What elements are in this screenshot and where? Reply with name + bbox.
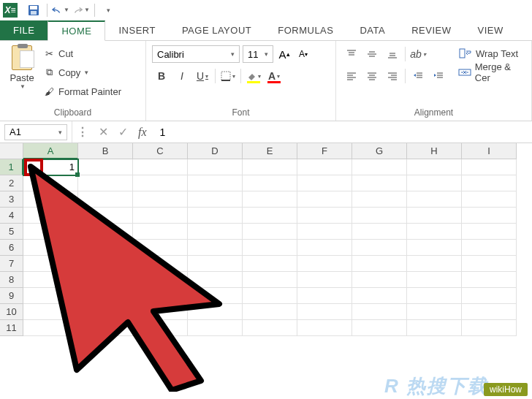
select-all-corner[interactable] [0,143,23,159]
cell[interactable] [243,159,297,175]
enter-icon[interactable]: ✓ [118,125,128,139]
cell[interactable] [462,304,517,320]
cell[interactable] [462,240,517,256]
col-header-e[interactable]: E [243,143,297,159]
row-header[interactable]: 1 [0,159,23,175]
col-header-d[interactable]: D [188,143,243,159]
cell[interactable] [297,256,352,272]
col-header-b[interactable]: B [78,143,133,159]
cell[interactable] [23,175,78,191]
cell[interactable] [188,175,243,191]
cell[interactable] [188,272,243,288]
row-header[interactable]: 11 [0,320,23,336]
cell[interactable] [78,208,133,224]
col-header-g[interactable]: G [352,143,407,159]
cell[interactable] [23,304,78,320]
cell[interactable] [188,240,243,256]
row-header[interactable]: 7 [0,256,23,272]
cell[interactable] [188,256,243,272]
row-header[interactable]: 6 [0,240,23,256]
cell[interactable] [23,320,78,336]
row-header[interactable]: 4 [0,208,23,224]
cell[interactable] [78,304,133,320]
cell[interactable] [297,272,352,288]
cell[interactable] [188,208,243,224]
cell[interactable] [462,224,517,240]
cell[interactable] [133,175,188,191]
row-header[interactable]: 9 [0,288,23,304]
cell[interactable] [243,320,297,336]
cell[interactable] [407,208,462,224]
cell[interactable] [407,224,462,240]
align-center-button[interactable] [362,67,381,85]
cell[interactable] [297,191,352,208]
col-header-c[interactable]: C [133,143,188,159]
tab-page-layout[interactable]: PAGE LAYOUT [169,20,265,40]
undo-button[interactable]: ▼ [52,1,69,19]
cell[interactable] [188,288,243,304]
cell[interactable] [297,159,352,175]
cell[interactable] [297,240,352,256]
col-header-f[interactable]: F [297,143,352,159]
cell[interactable] [78,224,133,240]
cell[interactable] [133,272,188,288]
cell[interactable] [133,159,188,175]
cell[interactable] [352,288,407,304]
decrease-indent-button[interactable] [408,67,428,85]
cell[interactable] [78,256,133,272]
borders-button[interactable]: ▾ [218,67,238,85]
increase-font-button[interactable]: A▴ [276,46,292,62]
cell[interactable] [23,288,78,304]
cell[interactable] [23,240,78,256]
cell[interactable] [78,175,133,191]
cell[interactable] [243,288,297,304]
italic-button[interactable]: I [172,67,191,85]
col-header-h[interactable]: H [407,143,462,159]
cell[interactable] [352,191,407,208]
formula-input[interactable]: 1 [151,121,532,142]
cell[interactable] [462,320,517,336]
format-painter-button[interactable]: 🖌 Format Painter [42,83,121,99]
row-header[interactable]: 2 [0,175,23,191]
cell[interactable] [133,288,188,304]
cell[interactable] [462,288,517,304]
cell[interactable] [352,272,407,288]
tab-formulas[interactable]: FORMULAS [265,20,346,40]
cell[interactable] [352,159,407,175]
cell[interactable] [462,159,517,175]
tab-review[interactable]: REVIEW [398,20,464,40]
cell[interactable] [78,288,133,304]
cell[interactable] [23,191,78,208]
cell[interactable] [407,272,462,288]
cell[interactable] [462,175,517,191]
align-bottom-button[interactable] [383,45,402,63]
save-button[interactable] [25,1,42,19]
cell[interactable] [407,304,462,320]
cell[interactable] [243,224,297,240]
cell[interactable]: 1 [23,159,78,175]
cell[interactable] [297,320,352,336]
cancel-icon[interactable]: ✕ [99,125,108,139]
cell[interactable] [133,304,188,320]
cell[interactable] [78,159,133,175]
cell[interactable] [133,320,188,336]
align-top-button[interactable] [342,45,361,63]
tab-insert[interactable]: INSERT [105,20,168,40]
row-header[interactable]: 8 [0,272,23,288]
col-header-i[interactable]: I [462,143,517,159]
cell[interactable] [243,208,297,224]
customize-qat-button[interactable]: ▾ [99,1,117,19]
col-header-a[interactable]: A [23,143,78,159]
cell[interactable] [352,304,407,320]
fill-color-button[interactable]: ▾ [244,67,263,85]
cell[interactable] [243,272,297,288]
orientation-button[interactable]: ab▾ [408,45,428,63]
cell[interactable] [462,256,517,272]
cell[interactable] [188,320,243,336]
cell[interactable] [133,208,188,224]
cell[interactable] [133,240,188,256]
copy-button[interactable]: ⧉ Copy ▼ [42,64,121,80]
cell[interactable] [407,191,462,208]
row-header[interactable]: 5 [0,224,23,240]
cell[interactable] [407,159,462,175]
